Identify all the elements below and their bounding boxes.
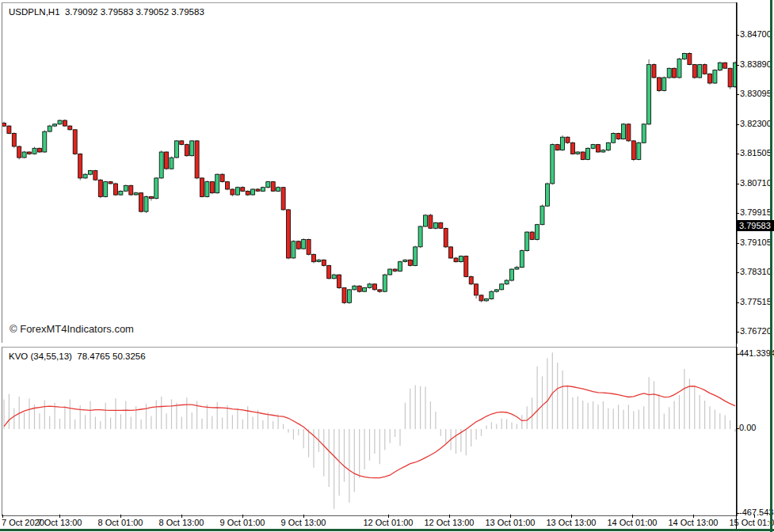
time-axis-label: 8 Oct 13:00 bbox=[159, 518, 204, 527]
price-axis-tick bbox=[736, 213, 739, 214]
chart-title-ohlc: USDPLN,H1 3.79092 3.79583 3.79052 3.7958… bbox=[9, 7, 204, 17]
price-axis-tick bbox=[736, 332, 739, 332]
price-axis-label: 3.83890 bbox=[740, 59, 772, 69]
price-axis-tick bbox=[736, 243, 739, 244]
price-axis-label: 3.81505 bbox=[740, 148, 772, 158]
time-axis-label: 9 Oct 13:00 bbox=[281, 518, 326, 527]
price-axis-tick bbox=[736, 35, 739, 36]
time-axis-label: 12 Oct 13:00 bbox=[425, 518, 475, 527]
price-axis-label: 3.77515 bbox=[740, 297, 772, 306]
kvo-axis-label: -467.5434 bbox=[739, 507, 774, 517]
kvo-title: KVO (34,55,13) 78.4765 50.3256 bbox=[9, 352, 146, 361]
price-axis-tick bbox=[736, 124, 739, 125]
kvo-canvas[interactable] bbox=[2, 348, 737, 514]
time-axis-label: 8 Oct 01:00 bbox=[98, 518, 143, 527]
candle-bodies bbox=[2, 54, 737, 303]
price-axis-tick bbox=[736, 94, 739, 95]
price-axis-label: 3.79915 bbox=[740, 207, 772, 217]
price-axis-label: 3.84700 bbox=[740, 29, 772, 39]
price-axis-tick bbox=[736, 65, 739, 66]
kvo-indicator-panel[interactable]: KVO (34,55,13) 78.4765 50.3256 bbox=[2, 347, 738, 516]
time-axis-label: 14 Oct 13:00 bbox=[669, 518, 719, 527]
price-axis-tick bbox=[736, 272, 739, 273]
price-axis-tick bbox=[736, 184, 739, 184]
price-axis-line bbox=[736, 2, 737, 529]
price-axis-label: 3.82300 bbox=[740, 119, 772, 128]
kvo-axis-label: 0.00 bbox=[739, 423, 756, 432]
candlestick-canvas[interactable] bbox=[2, 3, 737, 343]
price-axis-label: 3.79105 bbox=[740, 238, 772, 247]
price-axis-tick bbox=[736, 302, 739, 303]
mt4-chart-window: { "window": { "title": "USDPLN,H1 3.7909… bbox=[0, 0, 774, 532]
price-axis-label: 3.83095 bbox=[740, 89, 772, 98]
price-axis-label: 3.80710 bbox=[740, 178, 772, 188]
main-chart-panel[interactable]: USDPLN,H1 3.79092 3.79583 3.79052 3.7958… bbox=[2, 2, 738, 344]
time-axis-label: 14 Oct 01:00 bbox=[608, 518, 658, 527]
time-axis-label: 13 Oct 13:00 bbox=[547, 518, 597, 527]
watermark-text: © ForexMT4Indicators.com bbox=[10, 323, 134, 335]
price-axis-label: 3.78310 bbox=[740, 267, 772, 276]
time-axis-label: 12 Oct 01:00 bbox=[364, 518, 414, 527]
time-axis-label: 7 Oct 13:00 bbox=[37, 518, 82, 527]
kvo-histogram bbox=[4, 352, 735, 508]
window-border-right bbox=[770, 0, 772, 532]
time-axis-label: 9 Oct 01:00 bbox=[220, 518, 265, 527]
price-axis-label: 3.76720 bbox=[740, 326, 772, 336]
kvo-axis-label: 441.3394 bbox=[739, 348, 774, 358]
current-price-badge: 3.79583 bbox=[737, 220, 774, 231]
candle-wicks bbox=[4, 52, 735, 304]
price-axis-tick bbox=[736, 154, 739, 154]
time-axis-label: 15 Oct 01:00 bbox=[730, 518, 774, 527]
time-axis-label: 13 Oct 01:00 bbox=[486, 518, 536, 527]
window-border-bottom bbox=[0, 529, 774, 531]
